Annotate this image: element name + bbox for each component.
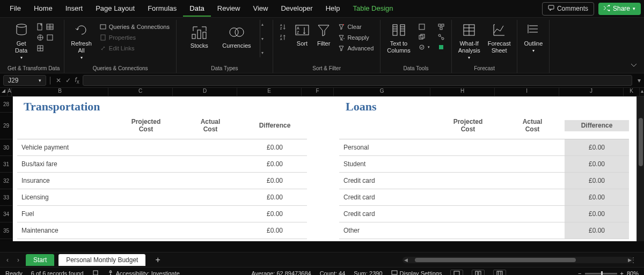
from-table-button[interactable] bbox=[34, 43, 56, 53]
cell[interactable]: Personal bbox=[339, 139, 436, 155]
flash-fill-button[interactable] bbox=[416, 22, 432, 32]
cell[interactable]: £0.00 bbox=[565, 173, 629, 189]
cell[interactable]: Fuel bbox=[17, 206, 114, 222]
formula-input[interactable] bbox=[83, 75, 632, 86]
data-validation-button[interactable]: ▾ bbox=[416, 42, 432, 52]
name-box[interactable]: J29 ▾ bbox=[3, 75, 46, 86]
col-header-K[interactable]: K bbox=[624, 88, 640, 96]
table-row[interactable]: Licensing£0.00 bbox=[17, 189, 307, 206]
cell[interactable] bbox=[178, 156, 243, 172]
menu-view[interactable]: View bbox=[246, 1, 274, 17]
menu-home[interactable]: Home bbox=[27, 1, 59, 17]
cell[interactable]: Bus/taxi fare bbox=[17, 156, 114, 172]
select-all-corner[interactable]: ◢ bbox=[0, 88, 8, 96]
cell[interactable]: £0.00 bbox=[565, 222, 629, 239]
cell[interactable] bbox=[500, 189, 565, 205]
consolidate-button[interactable] bbox=[435, 22, 447, 32]
cell[interactable] bbox=[436, 173, 500, 189]
horizontal-scrollbar[interactable]: ◀ ▶ bbox=[402, 257, 633, 263]
sort-za-button[interactable]: ZA bbox=[277, 33, 289, 42]
table-row[interactable]: Insurance£0.00 bbox=[17, 173, 307, 189]
cell[interactable] bbox=[114, 139, 178, 155]
view-normal-button[interactable] bbox=[450, 270, 463, 275]
stocks-button[interactable]: Stocks bbox=[188, 22, 210, 50]
cell[interactable] bbox=[178, 222, 243, 239]
ribbon-collapse-button[interactable] bbox=[630, 62, 638, 70]
filter-button[interactable]: Filter bbox=[315, 20, 332, 48]
tab-personal-monthly-budget[interactable]: Personal Monthly Budget bbox=[58, 254, 145, 266]
formula-expand-button[interactable]: ▾ bbox=[634, 77, 641, 84]
cell[interactable]: Other bbox=[339, 222, 436, 239]
next-sheet-button[interactable]: › bbox=[15, 256, 21, 264]
chevron-down-icon[interactable]: ▾ bbox=[261, 36, 264, 41]
edit-links-button[interactable]: Edit Links bbox=[97, 43, 172, 53]
row-header-35[interactable]: 35 bbox=[0, 222, 12, 239]
cell[interactable]: £0.00 bbox=[565, 189, 629, 205]
col-header-C[interactable]: C bbox=[108, 88, 173, 96]
zoom-out-button[interactable]: − bbox=[578, 270, 581, 275]
properties-button[interactable]: Properties bbox=[97, 33, 172, 42]
menu-insert[interactable]: Insert bbox=[59, 1, 90, 17]
scroll-up-button[interactable]: ▴ bbox=[640, 88, 644, 96]
zoom-value[interactable]: 80% bbox=[627, 270, 639, 275]
row-header-31[interactable]: 31 bbox=[0, 156, 12, 173]
menu-data[interactable]: Data bbox=[183, 1, 210, 17]
zoom-in-button[interactable]: + bbox=[620, 270, 624, 275]
row-header-29[interactable]: 29 bbox=[0, 113, 12, 139]
clear-button[interactable]: Clear bbox=[335, 22, 376, 32]
cell[interactable] bbox=[178, 206, 243, 222]
cell[interactable] bbox=[436, 189, 500, 205]
table-row[interactable]: Credit card£0.00 bbox=[339, 189, 629, 206]
cancel-formula-button[interactable]: ✕ bbox=[55, 77, 62, 84]
cell[interactable] bbox=[178, 139, 243, 155]
col-header-I[interactable]: I bbox=[495, 88, 559, 96]
whatif-button[interactable]: What-If Analysis ▾ bbox=[456, 20, 482, 62]
cell[interactable] bbox=[500, 222, 565, 239]
vertical-scrollbar[interactable] bbox=[636, 96, 644, 241]
cell[interactable] bbox=[114, 206, 178, 222]
col-header-D[interactable]: D bbox=[173, 88, 237, 96]
menu-table-design[interactable]: Table Design bbox=[346, 1, 399, 17]
row-header-33[interactable]: 33 bbox=[0, 189, 12, 206]
cell[interactable] bbox=[436, 222, 500, 239]
hscroll-thumb[interactable] bbox=[415, 258, 576, 262]
cell[interactable] bbox=[178, 173, 243, 189]
table-row[interactable]: Credit card£0.00 bbox=[339, 206, 629, 222]
cell[interactable]: Licensing bbox=[17, 189, 114, 205]
cell[interactable] bbox=[500, 173, 565, 189]
table-row[interactable]: Fuel£0.00 bbox=[17, 206, 307, 222]
comments-button[interactable]: Comments bbox=[542, 2, 594, 16]
forecast-sheet-button[interactable]: Forecast Sheet bbox=[486, 20, 513, 55]
status-display[interactable]: Display Settings bbox=[400, 270, 442, 275]
from-text-csv-button[interactable] bbox=[34, 22, 56, 32]
col-header-J[interactable]: J bbox=[559, 88, 624, 96]
col-header-F[interactable]: F bbox=[302, 88, 334, 96]
cell[interactable]: Insurance bbox=[17, 173, 114, 189]
cell[interactable]: £0.00 bbox=[243, 206, 307, 222]
table-row[interactable]: Vehicle payment£0.00 bbox=[17, 139, 307, 156]
refresh-all-button[interactable]: Refresh All ▾ bbox=[69, 20, 94, 62]
chevron-up-icon[interactable]: ▴ bbox=[261, 22, 264, 27]
menu-page-layout[interactable]: Page Layout bbox=[89, 1, 141, 17]
cell[interactable] bbox=[114, 156, 178, 172]
menu-file[interactable]: File bbox=[3, 1, 27, 17]
cell[interactable]: Credit card bbox=[339, 173, 436, 189]
row-header-30[interactable]: 30 bbox=[0, 139, 12, 156]
zoom-slider[interactable] bbox=[585, 273, 617, 274]
view-page-layout-button[interactable] bbox=[472, 270, 485, 275]
table-row[interactable]: Bus/taxi fare£0.00 bbox=[17, 156, 307, 173]
sort-az-button[interactable]: AZ bbox=[277, 22, 289, 32]
cell[interactable]: £0.00 bbox=[565, 206, 629, 222]
cell[interactable] bbox=[500, 156, 565, 172]
cell[interactable] bbox=[436, 206, 500, 222]
cell[interactable]: £0.00 bbox=[243, 173, 307, 189]
scroll-thumb[interactable] bbox=[639, 118, 643, 166]
spreadsheet-cells[interactable]: TransportationProjected CostActual CostD… bbox=[13, 96, 636, 241]
cell[interactable] bbox=[436, 156, 500, 172]
cell[interactable] bbox=[500, 139, 565, 155]
cell[interactable]: Student bbox=[339, 156, 436, 172]
cell[interactable]: Credit card bbox=[339, 189, 436, 205]
cell[interactable]: £0.00 bbox=[243, 222, 307, 239]
macro-record-icon[interactable] bbox=[92, 270, 99, 275]
table-row[interactable]: Student£0.00 bbox=[339, 156, 629, 173]
